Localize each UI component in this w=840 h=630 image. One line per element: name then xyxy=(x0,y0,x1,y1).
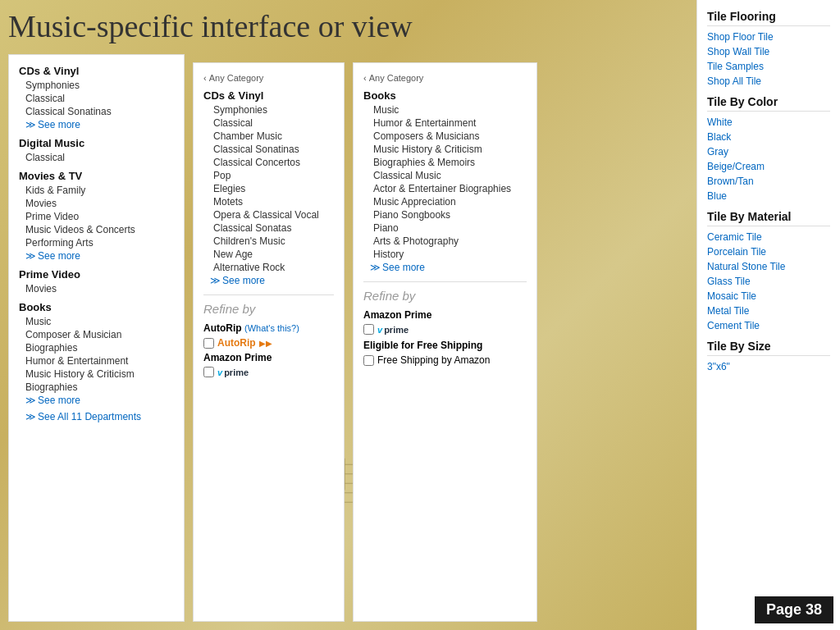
right-link-actor-biographies[interactable]: Actor & Entertainer Biographies xyxy=(373,183,527,194)
right-link-arts[interactable]: Arts & Photography xyxy=(373,235,527,247)
sidebar-link-shop-floor[interactable]: Shop Floor Tile xyxy=(707,31,830,43)
sidebar-link-beige[interactable]: Beige/Cream xyxy=(707,161,830,172)
sidebar-link-gray[interactable]: Gray xyxy=(707,146,830,158)
link-books-music[interactable]: Music xyxy=(25,316,174,327)
middle-panel: ‹ Any Category CDs & Vinyl Symphonies Cl… xyxy=(193,62,345,622)
mid-link-sonatas[interactable]: Classical Sonatas xyxy=(213,222,334,234)
link-symphonies[interactable]: Symphonies xyxy=(25,80,174,91)
sidebar-link-mosaic[interactable]: Mosaic Tile xyxy=(707,290,830,302)
prime-checkbox-row[interactable]: vprime xyxy=(203,367,334,377)
autorip-checkbox[interactable] xyxy=(203,338,214,349)
prime-checkbox[interactable] xyxy=(203,367,214,377)
sidebar-link-tile-samples[interactable]: Tile Samples xyxy=(707,61,830,72)
mid-link-elegies[interactable]: Elegies xyxy=(213,183,334,194)
right-link-songbooks[interactable]: Piano Songbooks xyxy=(373,209,527,221)
right-refine-section: Refine by Amazon Prime vprime Eligible f… xyxy=(363,281,527,366)
section-digital-music: Digital Music xyxy=(19,137,174,149)
section-cds-vinyl: CDs & Vinyl xyxy=(19,65,174,77)
right-see-more[interactable]: ≫See more xyxy=(370,262,527,273)
right-link-music[interactable]: Music xyxy=(373,104,527,116)
right-link-history-2[interactable]: History xyxy=(373,249,527,260)
mid-link-alt-rock[interactable]: Alternative Rock xyxy=(213,262,334,273)
right-free-shipping-label: Eligible for Free Shipping xyxy=(363,340,527,351)
right-prime-label: Amazon Prime xyxy=(363,309,527,321)
right-prime-checkbox[interactable] xyxy=(363,324,374,335)
mid-link-symphonies[interactable]: Symphonies xyxy=(213,104,334,116)
right-shipping-checkbox[interactable] xyxy=(363,355,374,366)
sidebar-tile-by-color: Tile By Color xyxy=(707,95,830,112)
middle-refine-title: Refine by xyxy=(203,302,334,316)
link-humor-entertainment[interactable]: Humor & Entertainment xyxy=(25,355,174,367)
vprime-logo: vprime xyxy=(217,368,249,377)
page-number-badge: Page 38 xyxy=(755,596,833,623)
sidebar-link-white[interactable]: White xyxy=(707,116,830,128)
mid-link-pop[interactable]: Pop xyxy=(213,170,334,181)
link-classical-sonatinas[interactable]: Classical Sonatinas xyxy=(25,106,174,117)
right-shipping-checkbox-row[interactable]: Free Shipping by Amazon xyxy=(363,354,527,366)
link-digital-classical[interactable]: Classical xyxy=(25,152,174,163)
link-performing-arts[interactable]: Performing Arts xyxy=(25,237,174,249)
mid-link-classical[interactable]: Classical xyxy=(213,117,334,129)
sidebar-link-cement[interactable]: Cement Tile xyxy=(707,320,830,331)
sidebar-link-shop-wall[interactable]: Shop Wall Tile xyxy=(707,46,830,57)
middle-refine-section: Refine by AutoRip (What's this?) AutoRip… xyxy=(203,294,334,377)
right-prime-checkbox-row[interactable]: vprime xyxy=(363,324,527,335)
see-more-cds[interactable]: ≫See more xyxy=(25,119,174,130)
mid-see-more[interactable]: ≫See more xyxy=(210,275,334,286)
right-link-history[interactable]: Music History & Criticism xyxy=(373,144,527,155)
right-category-title: Books xyxy=(363,89,527,102)
right-link-piano[interactable]: Piano xyxy=(373,222,527,234)
sidebar-link-shop-all[interactable]: Shop All Tile xyxy=(707,75,830,87)
autorip-checkbox-row[interactable]: AutoRip ▶▶ xyxy=(203,337,334,349)
middle-autorip-label: AutoRip (What's this?) xyxy=(203,322,334,334)
mid-link-opera[interactable]: Opera & Classical Vocal xyxy=(213,209,334,221)
link-music-history[interactable]: Music History & Criticism xyxy=(25,368,174,380)
autorip-what-this[interactable]: (What's this?) xyxy=(244,323,299,333)
link-biographies-2[interactable]: Biographies xyxy=(25,381,174,393)
right-link-biographies-memoirs[interactable]: Biographies & Memoirs xyxy=(373,157,527,168)
link-composer-musician[interactable]: Composer & Musician xyxy=(25,329,174,340)
left-panel: CDs & Vinyl Symphonies Classical Classic… xyxy=(8,54,185,622)
link-prime-video-movies[interactable]: Prime Video xyxy=(25,211,174,222)
see-more-books[interactable]: ≫See more xyxy=(25,395,174,406)
link-biographies[interactable]: Biographies xyxy=(25,342,174,354)
right-panel: ‹ Any Category Books Music Humor & Enter… xyxy=(353,62,537,622)
section-prime-video: Prime Video xyxy=(19,268,174,281)
mid-link-new-age[interactable]: New Age xyxy=(213,249,334,260)
see-all-departments[interactable]: ≫See All 11 Departments xyxy=(25,411,174,422)
mid-link-motets[interactable]: Motets xyxy=(213,196,334,208)
see-more-movies[interactable]: ≫See more xyxy=(25,250,174,262)
middle-prime-label: Amazon Prime xyxy=(203,352,334,363)
sidebar-link-glass[interactable]: Glass Tile xyxy=(707,276,830,287)
sidebar-link-porcelain[interactable]: Porcelain Tile xyxy=(707,246,830,258)
link-classical[interactable]: Classical xyxy=(25,93,174,104)
right-link-appreciation[interactable]: Music Appreciation xyxy=(373,196,527,208)
sidebar-link-brown[interactable]: Brown/Tan xyxy=(707,176,830,187)
mid-link-concertos[interactable]: Classical Concertos xyxy=(213,157,334,168)
sidebar-link-natural-stone[interactable]: Natural Stone Tile xyxy=(707,261,830,272)
link-prime-movies[interactable]: Movies xyxy=(25,283,174,294)
page-title: Music-specific interface or view xyxy=(8,8,688,44)
mid-link-chamber[interactable]: Chamber Music xyxy=(213,130,334,142)
right-vprime-logo: vprime xyxy=(377,325,409,335)
sidebar-link-3x6[interactable]: 3"x6" xyxy=(707,361,830,372)
right-link-classical-music[interactable]: Classical Music xyxy=(373,170,527,181)
autorip-logo: AutoRip xyxy=(217,337,256,349)
right-link-humor[interactable]: Humor & Entertainment xyxy=(373,117,527,129)
right-breadcrumb: ‹ Any Category xyxy=(363,73,527,83)
link-music-videos[interactable]: Music Videos & Concerts xyxy=(25,224,174,235)
sidebar-link-ceramic[interactable]: Ceramic Tile xyxy=(707,231,830,243)
sidebar-tile-flooring: Tile Flooring xyxy=(707,10,830,26)
mid-link-childrens[interactable]: Children's Music xyxy=(213,235,334,247)
middle-category-title: CDs & Vinyl xyxy=(203,89,334,102)
sidebar-link-blue[interactable]: Blue xyxy=(707,190,830,202)
link-movies[interactable]: Movies xyxy=(25,198,174,209)
link-kids-family[interactable]: Kids & Family xyxy=(25,185,174,196)
mid-link-sonatinas[interactable]: Classical Sonatinas xyxy=(213,144,334,155)
sidebar-link-metal[interactable]: Metal Tile xyxy=(707,305,830,317)
right-refine-title: Refine by xyxy=(363,289,527,303)
right-link-composers[interactable]: Composers & Musicians xyxy=(373,130,527,142)
sidebar-tile-by-material: Tile By Material xyxy=(707,210,830,226)
right-sidebar: Tile Flooring Shop Floor Tile Shop Wall … xyxy=(696,0,840,630)
sidebar-link-black[interactable]: Black xyxy=(707,131,830,143)
